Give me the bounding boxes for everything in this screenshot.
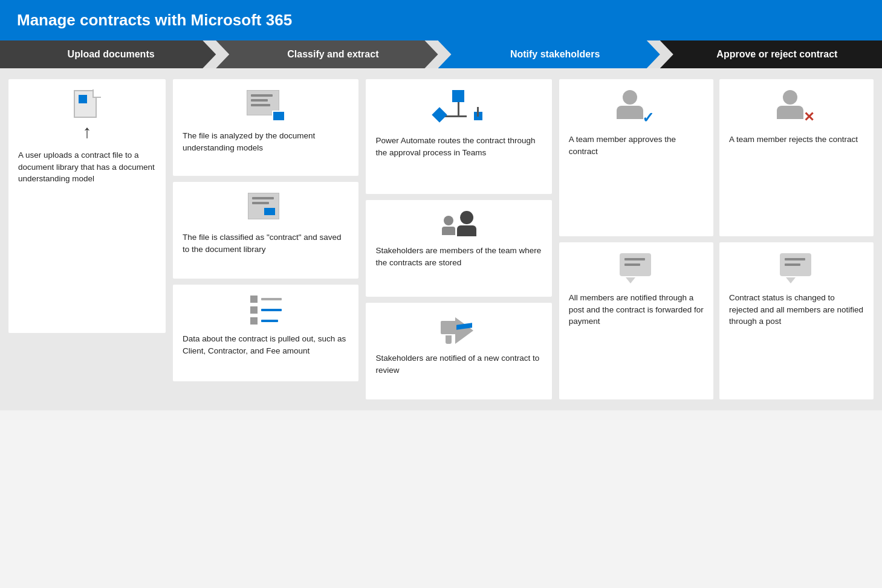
main-content: ↑ A user uploads a contract file to a do… — [0, 68, 882, 410]
approve-bottom-row: All members are notified through a post … — [559, 242, 874, 399]
pipeline-step-approve: Approve or reject contract — [660, 40, 882, 68]
power-automate-icon-container — [375, 90, 542, 126]
card-data-extract: Data about the contract is pulled out, s… — [173, 285, 358, 381]
card-power-automate: Power Automate routes the contract throu… — [366, 79, 551, 194]
x-icon: ✕ — [803, 111, 814, 124]
card-analyze: The file is analyzed by the document und… — [173, 79, 358, 176]
column-approve: ✓ A team member approves the contract ✕ … — [559, 79, 874, 399]
data-extract-icon-container — [183, 296, 349, 325]
card-upload: ↑ A user uploads a contract file to a do… — [8, 79, 166, 333]
pipeline-step-notify: Notify stakeholders — [438, 40, 660, 68]
column-upload: ↑ A user uploads a contract file to a do… — [8, 79, 166, 399]
reject-card-text: A team member rejects the contract — [729, 134, 858, 146]
classified-card-text: The file is classified as "contract" and… — [183, 231, 349, 255]
card-stakeholders-notified: Stakeholders are notified of a new contr… — [366, 303, 551, 399]
approve-member-icon-container: ✓ — [569, 90, 704, 125]
reject-member-icon: ✕ — [777, 90, 816, 125]
stakeholders-members-card-text: Stakeholders are members of the team whe… — [375, 245, 542, 268]
page-header: Manage contracts with Microsoft 365 — [0, 0, 882, 40]
stakeholders-icon — [442, 211, 476, 236]
card-classified: The file is classified as "contract" and… — [173, 182, 358, 279]
pipeline-steps: Upload documents Classify and extract No… — [0, 40, 882, 68]
stakeholders-notified-card-text: Stakeholders are notified of a new contr… — [375, 352, 542, 376]
upload-icon: ↑ — [74, 90, 100, 141]
stakeholders-icon-container — [375, 211, 542, 236]
classified-icon-container — [183, 193, 349, 223]
power-automate-card-text: Power Automate routes the contract throu… — [375, 135, 542, 158]
approve-member-icon: ✓ — [617, 90, 655, 125]
pipeline-step-upload: Upload documents — [0, 40, 216, 68]
checkmark-icon: ✓ — [642, 111, 654, 125]
column-classify: The file is analyzed by the document und… — [173, 79, 358, 399]
upload-card-text: A user uploads a contract file to a docu… — [18, 149, 156, 185]
rejected-status-card-text: Contract status is changed to rejected a… — [729, 292, 864, 328]
card-rejected-status: Contract status is changed to rejected a… — [719, 242, 874, 399]
column-notify: Power Automate routes the contract throu… — [366, 79, 551, 399]
approve-top-row: ✓ A team member approves the contract ✕ … — [559, 79, 874, 236]
card-forwarded: All members are notified through a post … — [559, 242, 713, 399]
upload-arrow-icon: ↑ — [83, 123, 92, 141]
analyze-icon — [247, 90, 285, 121]
data-extract-card-text: Data about the contract is pulled out, s… — [183, 333, 349, 357]
forwarded-icon-container — [569, 253, 704, 283]
data-extract-icon — [250, 296, 282, 325]
card-stakeholders-members: Stakeholders are members of the team whe… — [366, 200, 551, 297]
megaphone-icon-container — [375, 314, 542, 344]
card-reject: ✕ A team member rejects the contract — [719, 79, 874, 236]
megaphone-icon — [441, 314, 477, 344]
rejected-status-icon — [780, 253, 812, 283]
pipeline-step-classify: Classify and extract — [216, 40, 438, 68]
card-approve: ✓ A team member approves the contract — [559, 79, 713, 236]
page-title: Manage contracts with Microsoft 365 — [17, 11, 865, 30]
classified-icon — [248, 193, 284, 223]
upload-icon-container: ↑ — [18, 90, 156, 141]
notification-post-icon — [620, 253, 652, 283]
analyze-icon-container — [183, 90, 349, 121]
approve-card-text: A team member approves the contract — [569, 134, 704, 157]
forwarded-card-text: All members are notified through a post … — [569, 292, 704, 328]
power-automate-icon — [432, 90, 486, 126]
rejected-status-icon-container — [729, 253, 864, 283]
reject-member-icon-container: ✕ — [729, 90, 864, 125]
analyze-card-text: The file is analyzed by the document und… — [183, 130, 349, 153]
